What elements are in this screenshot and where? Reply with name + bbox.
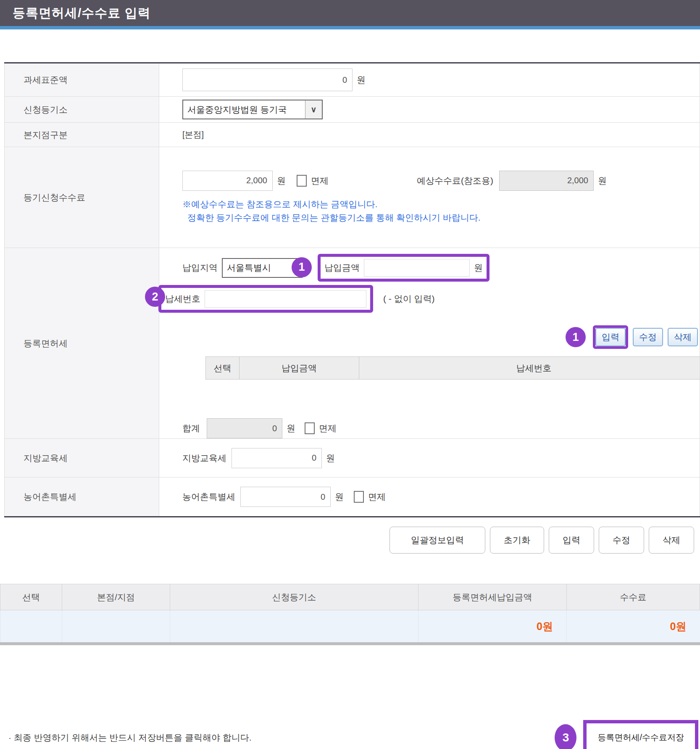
registry-office-label: 신청등기소	[5, 97, 159, 123]
summary-cell-registry	[170, 610, 418, 644]
summary-table: 선택 본점/지점 신청등기소 등록면허세납입금액 수수료 0원 0원	[0, 584, 700, 645]
highlight-box-pay-amount: 납입금액 원	[318, 254, 489, 282]
summary-data-row[interactable]: 0원 0원	[0, 610, 700, 644]
summary-cell-branch	[62, 610, 170, 644]
total-exempt-label: 면제	[319, 422, 337, 434]
step-badge-3: 3	[555, 724, 576, 749]
pay-region-selected: 서울특별시	[223, 259, 302, 277]
summary-cell-select	[0, 610, 62, 644]
registration-fee-exempt-label: 면제	[311, 175, 329, 187]
step-badge-2: 2	[145, 287, 165, 307]
step-badge-1: 1	[292, 257, 312, 277]
registration-fee-input[interactable]	[182, 171, 273, 191]
row-local-education-tax: 지방교육세 지방교육세 원	[5, 439, 700, 477]
row-registry-office: 신청등기소 서울중앙지방법원 등기국 ∨	[5, 97, 700, 123]
tax-base-input[interactable]	[182, 69, 353, 91]
license-tax-delete-button[interactable]: 삭제	[668, 328, 698, 346]
registration-fee-unit: 원	[277, 175, 286, 187]
total-exempt-checkbox[interactable]	[305, 422, 315, 434]
summary-header-fee: 수수료	[567, 584, 700, 610]
row-rural-special-tax: 농어촌특별세 농어촌특별세 원 면제	[5, 477, 700, 517]
chevron-down-icon[interactable]: ∨	[305, 100, 322, 119]
title-accent-strip	[0, 26, 700, 29]
registration-fee-exempt-checkbox[interactable]	[297, 175, 307, 187]
tax-base-unit: 원	[357, 74, 366, 86]
branch-type-label: 본지점구분	[5, 123, 159, 147]
summary-header-row: 선택 본점/지점 신청등기소 등록면허세납입금액 수수료	[0, 584, 700, 610]
local-education-tax-field-label: 지방교육세	[182, 452, 226, 464]
reset-button[interactable]: 초기화	[490, 527, 544, 554]
highlight-box-tax-no: 납세번호	[158, 285, 373, 313]
highlight-frame-input-button: 입력	[593, 325, 628, 349]
registration-fee-label: 등기신청수수료	[5, 147, 159, 248]
registry-office-selected: 서울중앙지방법원 등기국	[183, 100, 305, 119]
highlight-frame-save-button: 등록면허세/수수료저장	[583, 720, 698, 749]
rural-special-tax-unit: 원	[335, 491, 344, 503]
local-education-tax-label: 지방교육세	[5, 439, 159, 477]
rural-special-tax-input[interactable]	[240, 487, 331, 507]
pay-region-select[interactable]: 서울특별시	[222, 258, 303, 278]
footer: · 최종 반영하기 위해서는 반드시 저장버튼을 클릭해야 합니다. 3 등록면…	[0, 720, 700, 749]
pay-region-label: 납입지역	[182, 262, 218, 274]
tax-no-hint: ( - 없이 입력)	[383, 293, 434, 305]
entries-header-amount: 납입금액	[239, 357, 359, 380]
rural-special-tax-label: 농어촌특별세	[5, 477, 159, 517]
summary-header-registry: 신청등기소	[170, 584, 418, 610]
tax-fee-form-table: 과세표준액 원 신청등기소 서울중앙지방법원 등기국 ∨ 본지점구분 [	[4, 62, 700, 517]
fee-notice-line1: ※예상수수료는 참조용으로 제시하는 금액입니다.	[182, 198, 700, 211]
license-tax-label: 등록면허세	[5, 248, 159, 439]
estimate-fee-input	[499, 171, 594, 191]
save-note: · 최종 반영하기 위해서는 반드시 저장버튼을 클릭해야 합니다.	[8, 732, 252, 744]
row-tax-base: 과세표준액 원	[5, 63, 700, 97]
rural-special-tax-exempt-checkbox[interactable]	[354, 491, 364, 503]
tax-base-label: 과세표준액	[5, 63, 159, 97]
summary-cell-fee: 0원	[567, 610, 700, 644]
local-education-tax-unit: 원	[326, 452, 335, 464]
license-tax-edit-button[interactable]: 수정	[633, 328, 663, 346]
registry-office-select[interactable]: 서울중앙지방법원 등기국 ∨	[182, 100, 323, 119]
pay-amount-unit: 원	[474, 262, 483, 274]
pay-region-select-wrap: 서울특별시 1	[222, 258, 303, 278]
entries-header-select: 선택	[206, 357, 239, 380]
save-area: 3 등록면허세/수수료저장	[555, 720, 698, 749]
action-buttons-row: 일괄정보입력 초기화 입력 수정 삭제	[0, 527, 694, 554]
estimate-fee-unit: 원	[598, 175, 607, 187]
tax-no-input[interactable]	[205, 290, 366, 308]
summary-header-select: 선택	[0, 584, 62, 610]
rural-special-tax-field-label: 농어촌특별세	[182, 491, 235, 503]
bulk-info-input-button[interactable]: 일괄정보입력	[389, 527, 485, 554]
license-tax-input-button[interactable]: 입력	[595, 328, 626, 346]
input-button[interactable]: 입력	[549, 527, 594, 554]
license-tax-buttons-line: 1 입력 수정 삭제	[182, 325, 700, 349]
title-bar: 등록면허세/수수료 입력	[0, 0, 700, 26]
license-tax-entries-table: 선택 납입금액 납세번호	[205, 356, 700, 380]
row-branch-type: 본지점구분 [본점]	[5, 123, 700, 147]
entries-header-tax-no: 납세번호	[359, 357, 700, 380]
estimate-fee-label: 예상수수료(참조용)	[417, 175, 493, 187]
step-badge-1b: 1	[566, 327, 586, 347]
page: 등록면허세/수수료 입력 과세표준액 원 신청등기소 서울중앙지방법원 등기국 …	[0, 0, 700, 749]
total-label: 합계	[182, 422, 200, 434]
fee-notice-line2: 정확한 등기수수료에 대한 문의는 관할등기소를 통해 확인하시기 바랍니다.	[182, 211, 700, 224]
summary-cell-tax-amount: 0원	[418, 610, 567, 644]
total-unit: 원	[287, 422, 295, 434]
branch-type-value: [본점]	[182, 130, 204, 139]
tax-no-label: 납세번호	[165, 293, 200, 305]
total-input	[207, 418, 282, 438]
license-tax-total-line: 합계 원 면제	[182, 418, 700, 438]
row-registration-fee: 등기신청수수료 원 면제 예상수수료(참조용) 원 ※예상수수료는 참조용으로 …	[5, 147, 700, 248]
pay-amount-label: 납입금액	[324, 262, 360, 274]
summary-header-branch: 본점/지점	[62, 584, 170, 610]
save-button[interactable]: 등록면허세/수수료저장	[587, 723, 695, 749]
row-license-tax: 등록면허세 납입지역 서울특별시 1 납입금액 원	[5, 248, 700, 439]
page-title: 등록면허세/수수료 입력	[13, 5, 151, 22]
pay-amount-input[interactable]	[364, 259, 470, 277]
edit-button[interactable]: 수정	[599, 527, 644, 554]
license-tax-taxno-line: 2 납세번호 ( - 없이 입력)	[158, 285, 700, 313]
local-education-tax-input[interactable]	[232, 448, 322, 468]
rural-special-tax-exempt-label: 면제	[368, 491, 386, 503]
summary-header-tax-amount: 등록면허세납입금액	[418, 584, 567, 610]
license-tax-region-line: 납입지역 서울특별시 1 납입금액 원	[182, 254, 700, 282]
fee-notice: ※예상수수료는 참조용으로 제시하는 금액입니다. 정확한 등기수수료에 대한 …	[182, 198, 700, 224]
delete-button[interactable]: 삭제	[649, 527, 694, 554]
